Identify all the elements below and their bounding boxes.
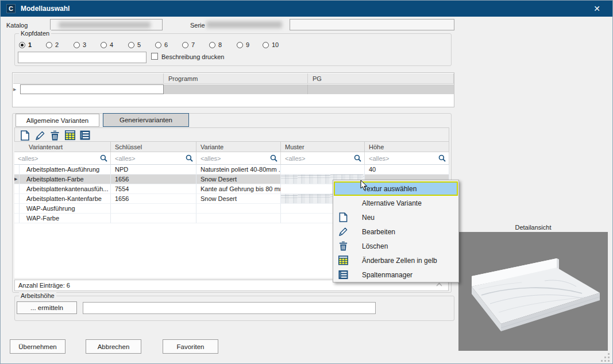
programm-cell-programm[interactable] xyxy=(164,84,308,94)
menu-item-spaltenmanager[interactable]: Spaltenmanager xyxy=(334,268,458,282)
cell-variantenart[interactable]: Arbeitsplattenkantenausfüh... xyxy=(20,184,111,194)
radio-label: 8 xyxy=(218,41,222,48)
search-icon[interactable] xyxy=(186,154,193,162)
radio-option-10[interactable]: 10 xyxy=(263,41,279,48)
cell-variantenart[interactable]: Arbeitsplatten-Farbe xyxy=(20,175,111,184)
programm-cell-pg[interactable] xyxy=(308,84,454,94)
button-label: ... ermitteln xyxy=(30,304,63,311)
delete-button[interactable] xyxy=(49,130,60,141)
radio-option-5[interactable]: 5 xyxy=(128,41,141,48)
tab-label: Allgemeine Varianten xyxy=(26,117,88,124)
cell-schluessel[interactable] xyxy=(111,204,196,214)
cell-variante[interactable]: Snow Desert xyxy=(196,175,281,184)
uebernehmen-button[interactable]: Übernehmen xyxy=(10,339,65,354)
window-title: Modellauswahl xyxy=(21,5,70,13)
column-header-hoehe[interactable]: Höhe xyxy=(365,142,449,152)
menu-item-loeschen[interactable]: Löschen xyxy=(334,239,458,253)
cell-schluessel[interactable]: 7554 xyxy=(111,184,196,194)
column-header-schluessel[interactable]: Schlüssel xyxy=(111,142,196,152)
cell-variantenart[interactable]: Arbeitsplatten-Kantenfarbe xyxy=(20,194,111,204)
collapse-chevron-icon[interactable] xyxy=(436,282,442,286)
radio-option-1[interactable]: 1 xyxy=(19,41,32,48)
beschreibung-checkbox[interactable] xyxy=(151,53,158,60)
edit-button[interactable] xyxy=(34,130,45,141)
search-icon[interactable] xyxy=(270,154,277,162)
filter-hoehe[interactable]: <alles> xyxy=(365,152,449,165)
arbeitshoehe-input[interactable] xyxy=(83,302,376,314)
radio-option-2[interactable]: 2 xyxy=(46,41,59,48)
programm-header-programm[interactable]: Programm xyxy=(164,73,308,84)
close-button[interactable]: ✕ xyxy=(586,1,608,17)
filter-variante[interactable]: <alles> xyxy=(196,152,281,165)
cell-muster[interactable] xyxy=(281,165,365,175)
title-bar[interactable]: C Modellauswahl ✕ xyxy=(1,1,612,17)
filter-muster[interactable]: <alles> xyxy=(281,152,365,165)
new-icon xyxy=(338,212,348,222)
radio-option-3[interactable]: 3 xyxy=(74,41,86,48)
radio-option-6[interactable]: 6 xyxy=(155,41,168,48)
new-button[interactable] xyxy=(20,130,30,141)
cell-variante[interactable]: Kante auf Gehrung bis 80 mm xyxy=(196,184,281,194)
yellow-cells-button[interactable] xyxy=(64,130,75,141)
varianten-toolbar xyxy=(14,127,449,142)
cell-variante[interactable] xyxy=(196,214,281,223)
radio-option-7[interactable]: 7 xyxy=(182,41,195,48)
button-label: Übernehmen xyxy=(18,343,56,350)
menu-item-alternative-variante[interactable]: Alternative Variante xyxy=(334,196,458,210)
cell-variante[interactable]: Snow Desert xyxy=(196,194,281,204)
column-header-variantenart[interactable]: Variantenart xyxy=(14,142,111,152)
cell-schluessel[interactable]: NPD xyxy=(111,165,196,175)
serie-field[interactable] xyxy=(290,19,454,30)
tab-generiervarianten[interactable]: Generiervarianten xyxy=(103,113,189,127)
menu-item-label: Neu xyxy=(362,214,375,222)
cell-variantenart[interactable]: Arbeitsplatten-Ausführung xyxy=(20,165,111,175)
cell-hoehe[interactable]: 40 xyxy=(365,165,449,175)
new-icon xyxy=(20,130,30,141)
cell-variante[interactable]: Naturstein poliert 40-80mm ... xyxy=(196,165,281,175)
column-manager-icon xyxy=(338,270,348,280)
menu-item-bearbeiten[interactable]: Bearbeiten xyxy=(334,224,458,239)
menu-item-aenderbare-zellen[interactable]: Änderbare Zellen in gelb xyxy=(334,253,458,268)
table-row[interactable]: Arbeitsplatten-Ausführung NPD Naturstein… xyxy=(14,165,449,175)
menu-item-label: Textur auswählen xyxy=(363,185,417,193)
radio-option-4[interactable]: 4 xyxy=(101,41,113,48)
programm-header-blank[interactable] xyxy=(13,73,164,84)
programm-cell-edit[interactable] xyxy=(20,84,164,94)
row-selector-icon: ▶ xyxy=(14,177,17,181)
cell-schluessel[interactable]: 1656 xyxy=(111,175,196,184)
search-icon[interactable] xyxy=(354,154,361,162)
cell-variantenart[interactable]: WAP-Ausführung xyxy=(20,204,111,214)
katalog-field[interactable] xyxy=(50,19,163,30)
countertop-preview xyxy=(458,232,608,351)
search-icon[interactable] xyxy=(100,154,107,162)
menu-item-textur-auswaehlen[interactable]: Textur auswählen xyxy=(334,181,458,196)
filter-schluessel[interactable]: <alles> xyxy=(111,152,196,165)
abbrechen-button[interactable]: Abbrechen xyxy=(86,339,141,354)
cell-variantenart[interactable]: WAP-Farbe xyxy=(20,214,111,223)
column-manager-button[interactable] xyxy=(79,130,90,141)
radio-option-9[interactable]: 9 xyxy=(237,41,249,48)
filter-variantenart[interactable]: <alles> xyxy=(14,152,111,165)
cell-schluessel[interactable] xyxy=(111,214,196,223)
cell-variante[interactable] xyxy=(196,204,281,214)
programm-header-pg[interactable]: PG xyxy=(308,73,454,84)
search-icon[interactable] xyxy=(438,154,446,162)
cell-schluessel[interactable]: 1656 xyxy=(111,194,196,204)
radio-option-8[interactable]: 8 xyxy=(209,41,222,48)
radio-label: 2 xyxy=(55,41,59,48)
radio-dot xyxy=(46,42,52,48)
radio-dot xyxy=(263,42,269,48)
column-header-muster[interactable]: Muster xyxy=(281,142,365,152)
tab-allgemeine-varianten[interactable]: Allgemeine Varianten xyxy=(16,114,99,127)
resize-grip[interactable] xyxy=(601,353,610,362)
column-header-variante[interactable]: Variante xyxy=(196,142,281,152)
menu-item-neu[interactable]: Neu xyxy=(334,210,458,224)
favoriten-button[interactable]: Favoriten xyxy=(163,339,218,354)
menu-item-label: Alternative Variante xyxy=(362,199,422,207)
app-icon: C xyxy=(6,4,16,13)
yellow-cells-icon xyxy=(65,130,75,140)
radio-label: 3 xyxy=(83,41,86,48)
radio-label: 9 xyxy=(246,41,249,48)
ermitteln-button[interactable]: ... ermitteln xyxy=(17,301,77,314)
kopfdaten-text-input[interactable] xyxy=(18,52,146,63)
